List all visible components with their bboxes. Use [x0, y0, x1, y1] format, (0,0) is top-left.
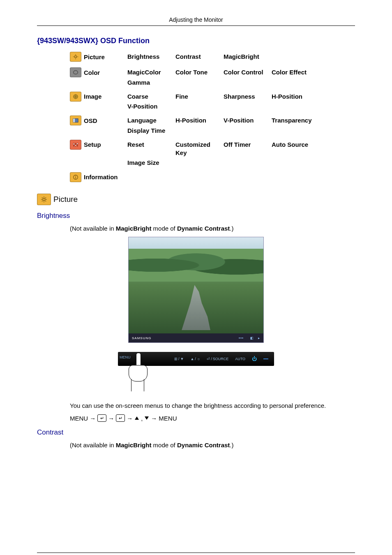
page-header: Adjusting the Monitor: [37, 16, 355, 26]
enter-icon: ↵: [97, 414, 106, 422]
osd-category-label[interactable]: OSD: [84, 117, 97, 124]
page-number: 47: [37, 553, 355, 555]
osd-item[interactable]: Customized Key: [175, 140, 224, 158]
globe-icon: [70, 92, 81, 102]
svg-point-18: [43, 198, 45, 201]
osd-item[interactable]: V-Position: [127, 102, 175, 111]
osd-category-label[interactable]: Color: [84, 69, 100, 76]
osd-item[interactable]: Fine: [175, 92, 224, 102]
osd-row-picture: PictureBrightnessContrastMagicBright: [70, 52, 355, 63]
osd-row-osd: OSDLanguageH-PositionV-PositionTranspare…: [70, 116, 355, 136]
osd-row-setup: SetupResetCustomized KeyOff TimerAuto So…: [70, 140, 355, 168]
osd-category-label[interactable]: Picture: [84, 53, 105, 60]
osd-row-information: Information: [70, 172, 355, 182]
ring-icon: [70, 67, 81, 77]
osd-item[interactable]: Transparen­cy: [272, 116, 320, 125]
brightness-title: Brightness: [37, 212, 355, 220]
osd-item: [127, 62, 175, 63]
photo-brand-label: SAMSUNG: [132, 336, 151, 340]
contrast-note: (Not available in MagicBright mode of Dy…: [70, 441, 355, 450]
svg-line-25: [46, 197, 46, 198]
osd-item[interactable]: Color Effect: [272, 67, 320, 77]
osd-row-image: ImageCoarseFineSharpnessH-PositionV-Posi…: [70, 92, 355, 112]
svg-line-23: [42, 197, 43, 198]
svg-line-26: [42, 201, 43, 201]
monitor-buttons-image: ⊞/▼ ▲/☼ ⏎/SOURCE AUTO ⏻ MENU: [118, 349, 274, 395]
up-arrow-icon: [135, 416, 139, 420]
osd-category-label[interactable]: Setup: [84, 141, 101, 148]
sliders-icon: [70, 140, 81, 150]
osd-item[interactable]: H-Position: [175, 116, 224, 125]
osd-item[interactable]: V-Position: [224, 116, 272, 125]
osd-item: [272, 52, 320, 62]
svg-line-24: [46, 201, 46, 201]
sun-icon: [70, 52, 81, 62]
contrast-title: Contrast: [37, 428, 355, 437]
sun-icon: [37, 194, 51, 205]
info-icon: [70, 172, 81, 182]
osd-item[interactable]: Coarse: [127, 92, 175, 102]
svg-point-0: [74, 56, 76, 58]
svg-point-14: [77, 143, 78, 144]
osd-function-table: PictureBrightnessContrastMagicBrightColo…: [70, 52, 355, 182]
osd-category-label[interactable]: Information: [84, 173, 118, 180]
osd-category-label[interactable]: Image: [84, 93, 101, 100]
enter-icon: ↵: [116, 414, 125, 422]
brightness-description: You can use the on-screen menus to chang…: [70, 401, 355, 410]
brightness-note: (Not available in MagicBright mode of Dy…: [70, 224, 355, 233]
osd-row-color: ColorMagicColorColor ToneColor Con­trolC…: [70, 67, 355, 88]
brightness-menu-sequence: MENU → ↵ → ↵ → , → MENU: [70, 414, 355, 422]
osd-item[interactable]: Color Con­trol: [224, 67, 272, 77]
rect-icon: [70, 116, 81, 125]
power-icon: ⏻: [252, 356, 257, 362]
picture-heading-label: Picture: [53, 195, 78, 204]
svg-point-12: [73, 143, 75, 145]
osd-item[interactable]: Reset: [127, 140, 175, 158]
osd-item[interactable]: Brightness: [127, 52, 175, 62]
hand-press-icon: MENU: [126, 353, 151, 390]
osd-item[interactable]: Gamma: [127, 78, 175, 88]
osd-item[interactable]: MagicColor: [127, 67, 175, 77]
osd-item[interactable]: H-Position: [272, 92, 320, 102]
svg-point-16: [75, 176, 76, 176]
brightness-sample-image: SAMSUNG ━━ ◧ ▸: [128, 237, 264, 343]
osd-item[interactable]: Sharpness: [224, 92, 272, 102]
osd-item[interactable]: Image Size: [127, 158, 175, 168]
osd-item[interactable]: Contrast: [175, 52, 224, 62]
osd-item[interactable]: Display Time: [127, 126, 175, 136]
svg-point-5: [74, 71, 78, 74]
osd-item[interactable]: Off Timer: [224, 140, 272, 158]
svg-point-13: [75, 145, 76, 146]
down-arrow-icon: [145, 416, 149, 420]
picture-heading: Picture: [37, 194, 355, 205]
osd-function-title: {943SW/943SWX} OSD Function: [37, 37, 355, 45]
svg-rect-8: [73, 119, 75, 123]
osd-item[interactable]: Language: [127, 116, 175, 125]
osd-item[interactable]: MagicBright: [224, 52, 272, 62]
osd-item[interactable]: Color Tone: [175, 67, 224, 77]
osd-item[interactable]: Auto Source: [272, 140, 320, 158]
